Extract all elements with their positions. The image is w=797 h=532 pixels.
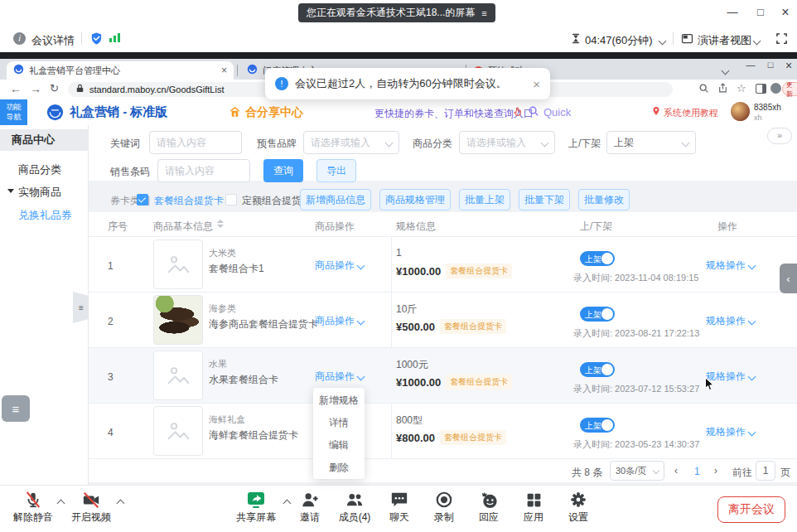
profile-avatar-icon[interactable]	[770, 83, 781, 94]
batch-edit-button[interactable]: 批量修改	[578, 189, 630, 210]
expand-caret-icon[interactable]	[7, 189, 14, 193]
zoom-page-icon[interactable]	[698, 83, 709, 96]
batch-off-shelf-button[interactable]: 批量下架	[519, 189, 570, 210]
chevron-down-icon	[357, 262, 365, 270]
col-product-op: 商品操作	[315, 220, 355, 234]
tab-close-icon[interactable]: ×	[221, 65, 227, 76]
start-video-button[interactable]: 开启视频	[66, 489, 116, 525]
sidebar-collapse-tab[interactable]: ≡	[73, 292, 89, 323]
browser-minimize-button[interactable]: —	[742, 60, 759, 70]
network-signal-icon[interactable]	[109, 33, 120, 42]
user-avatar[interactable]	[731, 102, 750, 121]
leave-meeting-button[interactable]: 离开会议	[717, 496, 785, 523]
product-image-placeholder	[153, 351, 203, 400]
view-dropdown-icon[interactable]	[754, 35, 760, 46]
share-screen-button[interactable]: 共享屏幕	[231, 489, 281, 525]
spec-op-link[interactable]: 规格操作	[706, 425, 755, 439]
back-icon[interactable]: ←	[10, 82, 22, 95]
quick-label[interactable]: Quick	[543, 106, 571, 118]
brand-select[interactable]: 请选择或输入	[303, 131, 399, 154]
shelf-toggle[interactable]: 上架	[580, 307, 615, 322]
window-close-button[interactable]: ×	[775, 3, 795, 22]
settings-button[interactable]: 设置	[553, 489, 603, 525]
collapse-filters-button[interactable]: »	[767, 128, 792, 144]
toast-close-icon[interactable]: ×	[533, 77, 540, 91]
barcode-input[interactable]	[157, 159, 250, 182]
add-product-button[interactable]: 新增商品信息	[300, 189, 371, 210]
share-page-icon[interactable]	[717, 83, 728, 96]
invite-button[interactable]: 邀请	[285, 489, 335, 525]
timer-dropdown-icon[interactable]	[659, 35, 665, 46]
members-button[interactable]: 成员(4)	[330, 489, 379, 525]
reaction-button[interactable]: 回应	[464, 489, 514, 525]
sort-icon[interactable]	[217, 220, 224, 228]
forward-icon[interactable]: →	[30, 82, 41, 95]
sidebar-item-goods-category[interactable]: 商品分类	[18, 162, 61, 177]
menu-item-add-spec[interactable]: 新增规格	[313, 389, 365, 412]
card-type-checkbox-checked[interactable]	[137, 194, 148, 206]
prev-page-button[interactable]: ‹	[674, 465, 678, 476]
shelf-select[interactable]: 上架	[606, 131, 696, 154]
card-type-checkbox-unchecked[interactable]	[225, 194, 237, 206]
bookmark-star-icon[interactable]: ☆	[737, 82, 746, 94]
meeting-details-label[interactable]: 会议详情	[31, 33, 75, 48]
tab-search-icon[interactable]	[722, 65, 728, 76]
category-select[interactable]: 请选择或输入	[459, 131, 555, 154]
window-maximize-button[interactable]: □	[751, 3, 770, 22]
browser-tab-active[interactable]: 礼盒营销平台管理中心 ×	[7, 61, 234, 80]
export-button[interactable]: 导出	[316, 159, 356, 182]
brand-title[interactable]: 礼盒营销 - 标准版	[70, 104, 167, 120]
search-button[interactable]: 查询	[263, 159, 303, 182]
security-shield-icon[interactable]	[89, 31, 104, 48]
shelf-toggle[interactable]: 上架	[580, 418, 615, 433]
menu-item-delete[interactable]: 删除	[313, 457, 365, 479]
goto-page-input[interactable]	[756, 461, 775, 481]
card-type-option1-label[interactable]: 套餐组合提货卡	[154, 194, 224, 208]
page-size-select[interactable]: 30条/页	[610, 461, 664, 481]
info-icon[interactable]: i	[13, 32, 26, 45]
keyword-input[interactable]	[149, 131, 242, 154]
sidebar-item-gift-voucher[interactable]: 兑换礼品券	[18, 208, 72, 223]
view-mode-label[interactable]: 演讲者视图	[698, 33, 751, 48]
row-index: 4	[108, 427, 114, 438]
unmute-button[interactable]: 解除静音	[8, 489, 58, 525]
price: ¥1000.00	[396, 265, 441, 278]
spec-op-link[interactable]: 规格操作	[706, 259, 755, 273]
function-nav-tab[interactable]: 功能 导航	[0, 99, 27, 125]
tutorial-link[interactable]: 系统使用教程	[664, 107, 718, 119]
spec-value: 800型	[396, 414, 423, 428]
banner-menu-icon[interactable]: ≡	[481, 8, 486, 18]
sidebar-item-physical-goods[interactable]: 实物商品	[18, 185, 61, 200]
col-product-info: 商品基本信息	[153, 220, 213, 234]
spec-op-link[interactable]: 规格操作	[706, 314, 755, 328]
product-category: 水果	[209, 358, 227, 370]
floating-list-button[interactable]: ≡	[2, 395, 30, 422]
reload-icon[interactable]: ↻	[50, 82, 59, 94]
next-page-button[interactable]: ›	[714, 465, 717, 476]
browser-close-button[interactable]: ×	[780, 59, 797, 72]
video-options-chevron[interactable]	[118, 497, 123, 509]
window-minimize-button[interactable]: —	[722, 3, 742, 22]
side-panel-icon[interactable]	[756, 84, 766, 96]
shelf-toggle[interactable]: 上架	[580, 362, 615, 377]
product-op-link[interactable]: 商品操作	[315, 370, 364, 384]
product-op-link[interactable]: 商品操作	[315, 314, 364, 328]
drawer-handle[interactable]: ‹	[780, 264, 797, 293]
current-page[interactable]: 1	[694, 466, 700, 477]
menu-item-edit[interactable]: 编辑	[313, 434, 365, 457]
menu-item-details[interactable]: 详情	[313, 412, 365, 434]
batch-on-shelf-button[interactable]: 批量上架	[459, 189, 510, 210]
chat-button[interactable]: 聊天	[374, 489, 424, 525]
apps-button[interactable]: 应用	[509, 489, 558, 525]
goto-label: 前往	[732, 466, 752, 480]
spec-manage-button[interactable]: 商品规格管理	[379, 189, 451, 210]
browser-maximize-button[interactable]: □	[762, 60, 779, 70]
share-center-link[interactable]: 合分享中心	[245, 105, 303, 120]
update-chrome-pill[interactable]: 更新 ⋮	[782, 82, 797, 96]
shelf-toggle[interactable]: 上架	[580, 251, 615, 266]
mic-options-chevron[interactable]	[58, 497, 64, 509]
fullscreen-icon[interactable]	[775, 32, 788, 47]
product-op-link[interactable]: 商品操作	[315, 259, 364, 273]
quick-search-icon[interactable]	[528, 105, 539, 119]
record-button[interactable]: 录制	[419, 489, 469, 525]
